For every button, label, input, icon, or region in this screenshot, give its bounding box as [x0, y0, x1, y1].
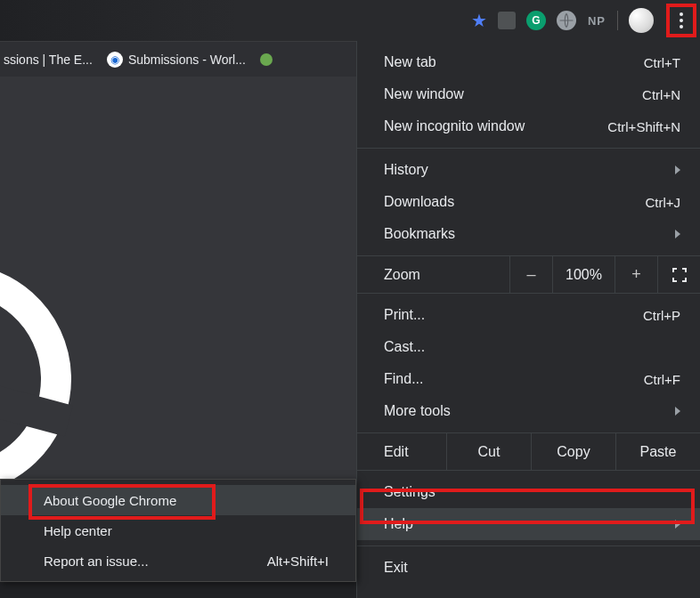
menu-incognito[interactable]: New incognito window Ctrl+Shift+N	[357, 110, 700, 142]
menu-label: Exit	[384, 560, 680, 576]
np-extension-icon[interactable]: NP	[587, 11, 606, 30]
zoom-label: Zoom	[357, 267, 446, 283]
submenu-arrow-icon	[675, 166, 680, 174]
menu-label: New incognito window	[384, 118, 607, 134]
kebab-menu-icon[interactable]	[680, 12, 683, 28]
profile-avatar[interactable]	[629, 8, 654, 33]
browser-toolbar: ★ G NP	[0, 0, 700, 41]
menu-label: Print...	[384, 307, 643, 323]
menu-find[interactable]: Find... Ctrl+F	[357, 363, 700, 395]
shortcut-text: Ctrl+Shift+N	[607, 119, 680, 134]
menu-bookmarks[interactable]: Bookmarks	[357, 218, 700, 250]
menu-downloads[interactable]: Downloads Ctrl+J	[357, 186, 700, 218]
bookmark-item-3[interactable]	[260, 53, 273, 66]
menu-label: Report an issue...	[44, 554, 267, 569]
submenu-report-issue[interactable]: Report an issue... Alt+Shift+I	[1, 545, 355, 576]
bookmark-item-2[interactable]: ◉ Submissions - Worl...	[107, 52, 246, 68]
cut-button[interactable]: Cut	[446, 433, 531, 470]
menu-label: Cast...	[384, 339, 680, 355]
shortcut-text: Ctrl+F	[644, 372, 680, 387]
toolbar-fade	[0, 0, 392, 41]
menu-settings[interactable]: Settings	[357, 476, 700, 508]
fullscreen-icon	[672, 268, 687, 282]
extension-icon-1[interactable]	[498, 12, 516, 29]
menu-help[interactable]: Help	[357, 508, 700, 540]
menu-section-tools: Print... Ctrl+P Cast... Find... Ctrl+F M…	[357, 294, 700, 433]
menu-new-tab[interactable]: New tab Ctrl+T	[357, 46, 700, 78]
paste-button[interactable]: Paste	[615, 433, 700, 470]
logo-fragment	[0, 230, 104, 479]
zoom-in-button[interactable]: +	[615, 256, 657, 293]
menu-button-highlight	[666, 4, 696, 37]
menu-label: Downloads	[384, 194, 645, 210]
menu-label: Help center	[44, 523, 329, 538]
menu-label: Help	[384, 516, 675, 532]
bookmark-label: Submissions - Worl...	[128, 53, 246, 67]
submenu-help-center[interactable]: Help center	[1, 515, 355, 545]
menu-section-history: History Downloads Ctrl+J Bookmarks	[357, 149, 700, 256]
zoom-out-button[interactable]: –	[509, 256, 552, 293]
menu-history[interactable]: History	[357, 154, 700, 186]
page-content	[0, 77, 356, 479]
menu-section-settings: Settings Help	[357, 471, 700, 546]
submenu-arrow-icon	[675, 407, 680, 416]
menu-cast[interactable]: Cast...	[357, 331, 700, 363]
menu-exit[interactable]: Exit	[357, 552, 700, 584]
menu-new-window[interactable]: New window Ctrl+N	[357, 78, 700, 110]
globe-icon[interactable]	[557, 11, 576, 30]
submenu-arrow-icon	[675, 230, 680, 238]
shortcut-text: Ctrl+N	[642, 87, 680, 102]
menu-section-tabs: New tab Ctrl+T New window Ctrl+N New inc…	[357, 41, 700, 149]
menu-label: Find...	[384, 371, 644, 387]
menu-section-exit: Exit	[357, 546, 700, 589]
bookmark-label: ssions | The E...	[4, 53, 93, 67]
toolbar-divider	[617, 11, 618, 30]
submenu-about-chrome[interactable]: About Google Chrome	[1, 485, 355, 515]
menu-more-tools[interactable]: More tools	[357, 395, 700, 427]
edit-label: Edit	[357, 444, 446, 460]
bookmark-star-icon[interactable]: ★	[471, 10, 487, 31]
menu-zoom-row: Zoom – 100% +	[357, 256, 700, 294]
bookmark-item-1[interactable]: ssions | The E...	[4, 53, 93, 67]
menu-label: History	[384, 162, 675, 178]
menu-label: More tools	[384, 403, 675, 419]
menu-edit-row: Edit Cut Copy Paste	[357, 433, 700, 471]
menu-label: About Google Chrome	[44, 493, 329, 508]
menu-label: Bookmarks	[384, 226, 675, 242]
submenu-arrow-icon	[675, 520, 680, 529]
zoom-value: 100%	[552, 256, 615, 293]
shortcut-text: Ctrl+T	[644, 55, 680, 70]
fullscreen-button[interactable]	[657, 256, 700, 293]
shortcut-text: Ctrl+P	[643, 308, 680, 323]
chrome-main-menu: New tab Ctrl+T New window Ctrl+N New inc…	[356, 41, 700, 598]
menu-label: New tab	[384, 54, 644, 70]
grammarly-icon[interactable]: G	[526, 11, 546, 30]
favicon-globe-icon: ◉	[107, 52, 123, 68]
shortcut-text: Ctrl+J	[645, 195, 680, 210]
help-submenu: About Google Chrome Help center Report a…	[0, 479, 356, 582]
bookmarks-bar: ssions | The E... ◉ Submissions - Worl..…	[0, 41, 356, 77]
menu-print[interactable]: Print... Ctrl+P	[357, 299, 700, 331]
menu-label: Settings	[384, 484, 680, 500]
shortcut-text: Alt+Shift+I	[267, 554, 329, 569]
menu-label: New window	[384, 86, 642, 102]
copy-button[interactable]: Copy	[531, 433, 615, 470]
